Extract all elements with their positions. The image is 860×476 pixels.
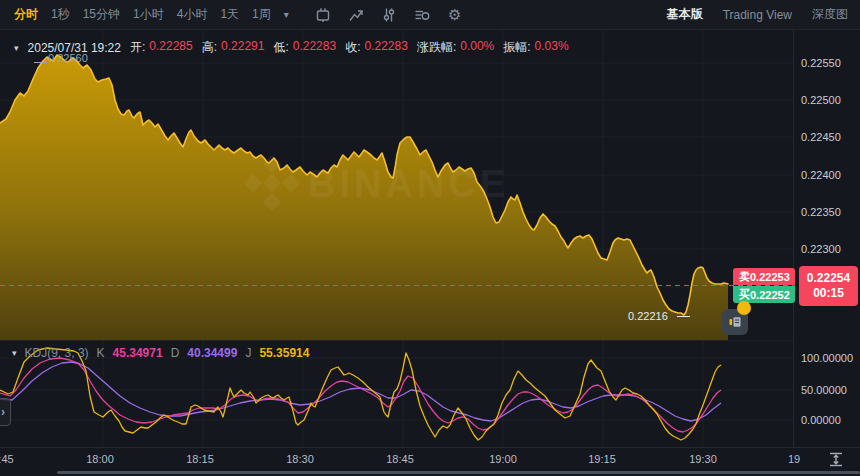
last-price: 0.22254 (807, 271, 850, 286)
session-high-pointer (34, 62, 47, 63)
time-axis-label: :45 (0, 452, 14, 466)
ohlc-field: 振幅:0.03% (503, 39, 568, 56)
ohlc-field: 低:0.22283 (273, 39, 336, 56)
price-axis-label: 0.22350 (801, 205, 841, 219)
time-axis-label: 18:15 (186, 452, 214, 466)
ohlc-field-label: 收: (345, 39, 360, 56)
buy-label: 买 (739, 287, 750, 302)
kdj-axis-label: 50.00000 (801, 383, 847, 397)
kdj-series-label: D (171, 346, 180, 360)
ohlc-readout: ▾ 2025/07/31 19:22 开:0.22285高:0.22291低:0… (14, 39, 569, 56)
sell-price: 0.22253 (750, 271, 790, 283)
countdown-timer: 00:15 (813, 286, 844, 301)
horizontal-scrollbar[interactable] (57, 471, 860, 474)
session-low-label: 0.22216 (628, 310, 668, 322)
ohlc-field-label: 涨跌幅: (417, 39, 456, 56)
time-axis-label: 18:45 (386, 452, 414, 466)
kdj-series-value: 55.35914 (259, 346, 309, 360)
kdj-series-label: K (97, 346, 105, 360)
kdj-collapse-chevron-icon[interactable]: ▾ (12, 348, 17, 358)
scale-adjust-icon (827, 451, 845, 468)
chevron-right-icon: › (1, 405, 5, 419)
price-axis-divider (793, 30, 794, 447)
kdj-axis-label: 0.00000 (801, 413, 841, 427)
ohlc-field: 高:0.22291 (202, 39, 265, 56)
order-form-icon (728, 315, 742, 329)
time-axis-label: 19:15 (588, 452, 616, 466)
session-high-label: 0.22560 (48, 52, 88, 64)
ohlc-field-value: 0.22285 (149, 39, 192, 56)
kdj-axis-label: 100.00000 (801, 351, 853, 365)
kdj-title: KDJ(9, 3, 3) (25, 346, 89, 360)
price-axis-label: 0.22300 (801, 242, 841, 256)
kdj-series-label: J (245, 346, 251, 360)
time-axis-label: 19:00 (489, 452, 517, 466)
ohlc-field: 收:0.22283 (345, 39, 408, 56)
live-price-dot (737, 301, 751, 315)
collapse-chevron-icon[interactable]: ▾ (14, 43, 19, 53)
ohlc-field-label: 高: (202, 39, 217, 56)
price-axis-label: 0.22450 (801, 130, 841, 144)
pane-divider (0, 340, 793, 341)
ohlc-field: 开:0.22285 (130, 39, 193, 56)
binance-chart-app: 分时1秒15分钟1小时4小时1天1周 ▾ ⚙ (0, 0, 860, 476)
ohlc-field-value: 0.00% (460, 39, 494, 56)
ohlc-field-value: 0.22283 (293, 39, 336, 56)
ohlc-field-label: 振幅: (503, 39, 530, 56)
kdj-values: K45.34971D40.34499J55.35914 (97, 346, 310, 360)
ohlc-field-value: 0.22283 (365, 39, 408, 56)
ohlc-field: 涨跌幅:0.00% (417, 39, 494, 56)
panel-expand-handle[interactable]: › (0, 398, 11, 426)
price-axis-label: 0.22400 (801, 168, 841, 182)
time-axis-divider (0, 447, 860, 448)
last-price-badge: 0.22254 00:15 (799, 266, 858, 306)
kdj-series-value: 40.34499 (187, 346, 237, 360)
sell-quote-badge: 卖 0.22253 (733, 268, 795, 285)
kdj-header: ▾ KDJ(9, 3, 3) K45.34971D40.34499J55.359… (12, 346, 309, 360)
price-axis-label: 0.22500 (801, 93, 841, 107)
session-low-pointer (677, 316, 690, 317)
time-axis-label: 18:00 (86, 452, 114, 466)
price-scale-button[interactable] (826, 450, 846, 468)
ohlc-field-value: 0.03% (535, 39, 569, 56)
chart-region: BINANCE ▾ 2025/07/31 19:22 开:0.22285高:0.… (0, 0, 860, 476)
time-axis-label: 19:30 (689, 452, 717, 466)
ohlc-field-label: 开: (130, 39, 145, 56)
time-axis-label: 19 (788, 452, 800, 466)
price-axis-label: 0.22550 (801, 56, 841, 70)
chart-canvas[interactable]: BINANCE (0, 0, 860, 476)
ohlc-field-value: 0.22291 (221, 39, 264, 56)
kdj-series-value: 45.34971 (113, 346, 163, 360)
ohlc-fields: 开:0.22285高:0.22291低:0.22283收:0.22283涨跌幅:… (130, 39, 569, 56)
time-axis-label: 18:30 (286, 452, 314, 466)
buy-price: 0.22252 (750, 289, 790, 301)
quote-badges: 卖 0.22253 买 0.22252 (733, 268, 795, 303)
sell-label: 卖 (739, 269, 750, 284)
ohlc-field-label: 低: (273, 39, 288, 56)
